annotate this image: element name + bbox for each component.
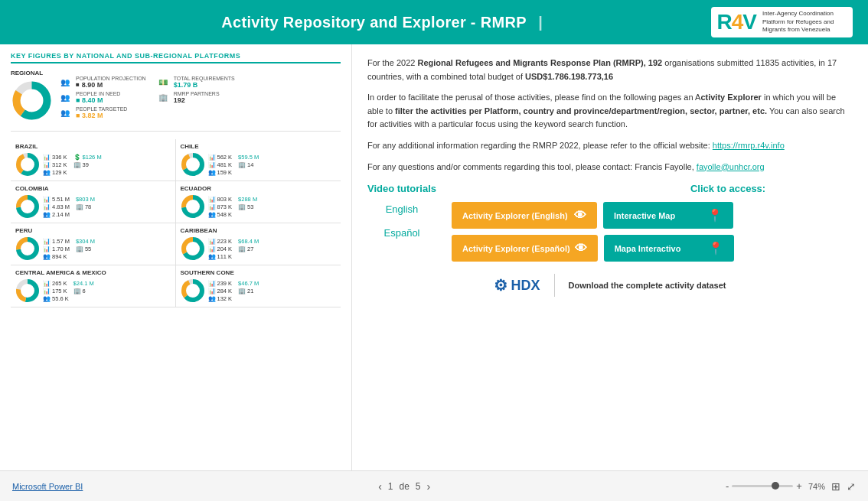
english-buttons-row: Activity Explorer (English) 👁 Interactiv… [452, 202, 853, 229]
header-title: Activity Repository and Explorer - RMRP … [61, 14, 711, 31]
people-need-val: ■ 8.40 M [76, 96, 103, 104]
col-header-empty [452, 183, 597, 197]
hdx-logo: ⚙ HDX [494, 276, 540, 294]
tutorials-section: Video tutorials English Español Click to… [367, 183, 853, 262]
eye-icon-2: 👁 [575, 242, 587, 255]
tutorials-col-header: Video tutorials [367, 183, 436, 194]
interactive-map-button[interactable]: Interactive Map 📍 [603, 202, 733, 229]
people-icon: 📊 [43, 161, 51, 168]
page-separator: de [399, 481, 409, 492]
mapa-interactivo-button[interactable]: Mapa Interactivo 📍 [604, 235, 734, 262]
country-colombia: COLOMBIA 📊5.51 M $803 M [11, 181, 176, 223]
zoom-control: - + 74% [726, 480, 825, 492]
country-chile: CHILE 📊562 K $59.5 M [176, 139, 341, 181]
logo-v: V [742, 10, 756, 34]
explorer-english-label: Activity Explorer (English) [462, 211, 568, 220]
footer-right: - + 74% ⊞ ⤢ [726, 480, 856, 493]
left-panel: KEY FIGURES BY NATIONAL AND SUB-REGIONAL… [0, 44, 352, 470]
people-icon: 📊 [43, 154, 51, 161]
activity-explorer-english-button[interactable]: Activity Explorer (English) 👁 [452, 202, 597, 229]
people-icon: 👥 [43, 169, 51, 176]
intro-para-1: For the 2022 Regional Refugees and Migra… [367, 57, 853, 83]
right-panel: For the 2022 Regional Refugees and Migra… [352, 44, 868, 470]
peru-donut [15, 236, 40, 261]
stat-partners: 🏢 RMRP PARTNERS 192 [158, 91, 243, 104]
hdx-divider [554, 274, 555, 297]
activity-explorer-espanol-button[interactable]: Activity Explorer (Español) 👁 [452, 235, 598, 262]
powerbi-link[interactable]: Microsoft Power BI [12, 482, 83, 491]
country-caribbean: CARIBBEAN 📊223 K $68.4 M [176, 223, 341, 265]
zoom-slider[interactable] [732, 485, 793, 487]
fit-window-button[interactable]: ⊞ [831, 480, 840, 493]
tutorials-buttons-col: Click to access: Activity Explorer (Engl… [452, 183, 853, 262]
countries-grid: BRAZIL 📊336 K 💲$126 M [11, 139, 341, 307]
col-headers-row: Click to access: [452, 183, 853, 197]
zoom-percent: 74% [808, 482, 825, 491]
stat-pop-proj: 👥 POPULATION PROJECTION ■ 8.90 M [60, 76, 146, 89]
location-icon-2: 📍 [708, 241, 723, 255]
fullscreen-button[interactable]: ⤢ [847, 480, 856, 493]
location-icon: 📍 [707, 208, 723, 223]
hdx-download-text: Download the complete activity dataset [569, 281, 726, 290]
hdx-section: ⚙ HDX Download the complete activity dat… [367, 274, 853, 297]
people-targeted-val: ■ 3.82 M [76, 112, 103, 119]
espanol-buttons-row: Activity Explorer (Español) 👁 Mapa Inter… [452, 235, 853, 262]
country-central-america: CENTRAL AMERICA & MEXICO 📊265 K $24.1 M [11, 265, 176, 307]
cam-donut [15, 278, 40, 303]
sc-donut [181, 278, 205, 303]
people-icon-1: 👥 [60, 78, 71, 86]
header-title-text: Activity Repository and Explorer - RMRP [221, 14, 526, 31]
regional-block: REGIONAL 👥 POPULATION PROJECTI [11, 70, 341, 132]
country-ecuador: ECUADOR 📊803 K $288 M [176, 181, 341, 223]
country-brazil: BRAZIL 📊336 K 💲$126 M [11, 139, 176, 181]
page-navigation: ‹ 1 de 5 › [378, 480, 430, 493]
zoom-minus-button[interactable]: - [726, 480, 729, 492]
people-icon-2: 👥 [60, 93, 71, 102]
money-icon: 💵 [158, 78, 169, 86]
footer: Microsoft Power BI ‹ 1 de 5 › - + 74% ⊞ … [0, 470, 868, 501]
chile-donut [181, 152, 205, 177]
country-peru: PERU 📊1.57 M $304 M [11, 223, 176, 265]
current-page: 1 [388, 481, 393, 492]
zoom-plus-button[interactable]: + [796, 480, 802, 492]
hdx-text: HDX [511, 278, 540, 294]
pop-proj-val: 8.90 M [82, 81, 103, 89]
logo-subtitle: Inter-Agency Coordination Platform for R… [762, 10, 847, 34]
email-link[interactable]: fayolle@unhcr.org [697, 162, 765, 171]
next-page-button[interactable]: › [427, 480, 431, 493]
rmrp-link[interactable]: https://rmrp.r4v.info [713, 141, 785, 150]
ecuador-donut [181, 194, 205, 219]
header: Activity Repository and Explorer - RMRP … [0, 0, 868, 44]
intro-para-4: For any questions and/or comments regard… [367, 161, 853, 174]
hdx-asterisk: ⚙ [494, 276, 507, 294]
mapa-interactivo-label: Mapa Interactivo [615, 244, 681, 253]
r4v-logo-container: R4V Inter-Agency Coordination Platform f… [711, 7, 853, 37]
lang-espanol: Español [367, 221, 436, 245]
section-title: KEY FIGURES BY NATIONAL AND SUB-REGIONAL… [11, 52, 341, 63]
country-southern-cone: SOUTHERN CONE 📊239 K $46.7 M [176, 265, 341, 307]
interactive-map-label: Interactive Map [614, 211, 675, 220]
intro-para-3: For any additional information regarding… [367, 139, 853, 153]
stat-total-req: 💵 TOTAL REQUIREMENTS $1.79 B [158, 76, 243, 89]
r4v-logo-text: R4V [717, 10, 757, 34]
logo-4: 4 [732, 10, 743, 34]
zoom-slider-thumb[interactable] [772, 482, 779, 490]
partners-val: 192 [174, 96, 185, 104]
regional-label: REGIONAL [11, 70, 53, 76]
brazil-donut [15, 152, 40, 177]
prev-page-button[interactable]: ‹ [378, 480, 382, 493]
total-pages: 5 [416, 481, 421, 492]
regional-donut [11, 80, 53, 122]
stat-people-targeted: 👥 PEOPLE TARGETED ■ 3.82 M [60, 106, 146, 119]
main-container: Activity Repository and Explorer - RMRP … [0, 0, 868, 501]
logo-r: R [717, 10, 732, 34]
total-req-val: $1.79 B [174, 81, 198, 89]
money-icon: 💲 [73, 154, 81, 161]
explorer-espanol-label: Activity Explorer (Español) [462, 244, 570, 253]
stat-people-need: 👥 PEOPLE IN NEED ■ 8.40 M [60, 91, 146, 104]
header-separator: | [538, 14, 543, 31]
content-area: KEY FIGURES BY NATIONAL AND SUB-REGIONAL… [0, 44, 868, 470]
eye-icon: 👁 [574, 209, 586, 223]
regional-label-wrap: REGIONAL [11, 70, 53, 125]
click-to-access-header: Click to access: [603, 183, 853, 194]
